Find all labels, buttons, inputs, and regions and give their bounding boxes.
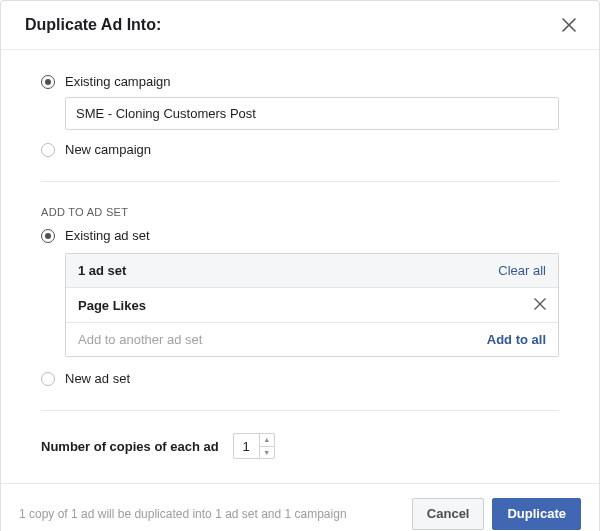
footer-note: 1 copy of 1 ad will be duplicated into 1… (19, 507, 347, 521)
adset-row: Page Likes (66, 288, 558, 323)
adset-list-header: 1 ad set Clear all (66, 254, 558, 288)
radio-icon (41, 229, 55, 243)
radio-icon (41, 372, 55, 386)
dialog-header: Duplicate Ad Into: (1, 1, 599, 50)
close-icon[interactable] (559, 15, 579, 35)
radio-new-adset[interactable]: New ad set (41, 365, 559, 392)
radio-new-campaign[interactable]: New campaign (41, 136, 559, 163)
remove-icon[interactable] (534, 297, 546, 313)
chevron-down-icon[interactable]: ▼ (260, 447, 274, 459)
cancel-button[interactable]: Cancel (412, 498, 485, 530)
copies-label: Number of copies of each ad (41, 439, 219, 454)
radio-existing-campaign[interactable]: Existing campaign (41, 68, 559, 95)
radio-icon (41, 143, 55, 157)
adset-section: ADD TO AD SET Existing ad set 1 ad set C… (41, 192, 559, 400)
radio-label: New ad set (65, 371, 130, 386)
radio-icon (41, 75, 55, 89)
copies-value: 1 (234, 434, 260, 458)
dialog-body: Existing campaign SME - Cloning Customer… (1, 50, 599, 483)
add-adset-input[interactable]: Add to another ad set (78, 332, 202, 347)
adset-section-label: ADD TO AD SET (41, 206, 559, 218)
footer-actions: Cancel Duplicate (412, 498, 581, 530)
adset-count: 1 ad set (78, 263, 126, 278)
stepper-buttons: ▲ ▼ (260, 434, 274, 458)
radio-label: New campaign (65, 142, 151, 157)
adset-name: Page Likes (78, 298, 146, 313)
copies-row: Number of copies of each ad 1 ▲ ▼ (41, 421, 559, 475)
copies-stepper[interactable]: 1 ▲ ▼ (233, 433, 275, 459)
radio-label: Existing ad set (65, 228, 150, 243)
adset-add-row: Add to another ad set Add to all (66, 323, 558, 356)
radio-existing-adset[interactable]: Existing ad set (41, 222, 559, 249)
duplicate-ad-dialog: Duplicate Ad Into: Existing campaign SME… (0, 0, 600, 531)
duplicate-button[interactable]: Duplicate (492, 498, 581, 530)
dialog-footer: 1 copy of 1 ad will be duplicated into 1… (1, 483, 599, 531)
radio-label: Existing campaign (65, 74, 171, 89)
add-to-all-link[interactable]: Add to all (487, 332, 546, 347)
divider (41, 181, 559, 182)
divider (41, 410, 559, 411)
adset-list: 1 ad set Clear all Page Likes Add to ano… (65, 253, 559, 357)
existing-campaign-input[interactable]: SME - Cloning Customers Post (65, 97, 559, 130)
chevron-up-icon[interactable]: ▲ (260, 434, 274, 447)
campaign-section: Existing campaign SME - Cloning Customer… (41, 60, 559, 171)
dialog-title: Duplicate Ad Into: (25, 16, 161, 34)
clear-all-link[interactable]: Clear all (498, 263, 546, 278)
